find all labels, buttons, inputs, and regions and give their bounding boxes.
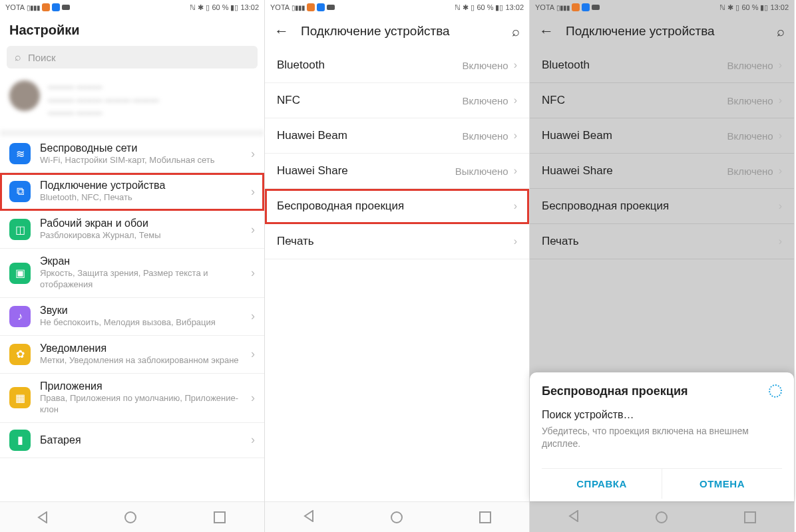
chevron-right-icon: ›: [251, 223, 255, 237]
nfc-icon: ℕ: [455, 3, 461, 12]
row-label: Huawei Share: [542, 164, 727, 178]
back-button[interactable]: ←: [539, 23, 554, 40]
signal-icon: ▯▮▮▮: [27, 4, 40, 11]
battery-pct: 60 %: [212, 3, 228, 11]
chevron-right-icon: ›: [251, 433, 255, 447]
header: ← Подключение устройства ⌕: [265, 15, 529, 48]
avatar: [9, 80, 40, 111]
nav-back[interactable]: [39, 511, 48, 523]
item-subtitle: Метки, Уведомления на заблокированном эк…: [40, 355, 251, 366]
chevron-right-icon: ›: [779, 165, 782, 177]
battery-pct: 60 %: [477, 3, 493, 11]
carrier-label: YOTA: [535, 3, 554, 11]
profile-card[interactable]: ——— —————— ——— ——— —————— ———: [0, 74, 264, 136]
screen-settings: YOTA ▯▮▮▮ ℕ ✱ ▯ 60 % ▮▯ 13:02 Настройки …: [0, 0, 265, 532]
item-subtitle: Яркость, Защита зрения, Размер текста и …: [40, 268, 251, 291]
nav-bar: [530, 501, 794, 532]
nav-home[interactable]: [656, 511, 668, 523]
status-badge-blue: [52, 3, 60, 11]
item-icon: ▮: [9, 430, 31, 451]
sheet-description: Убедитесь, что проекция включена на внеш…: [542, 425, 782, 451]
chevron-right-icon: ›: [779, 200, 782, 212]
row-печать[interactable]: Печать›: [265, 224, 529, 259]
row-nfc[interactable]: NFCВключено›: [265, 83, 529, 118]
status-badge-orange: [307, 3, 315, 11]
row-печать[interactable]: Печать›: [530, 224, 794, 259]
search-button[interactable]: ⌕: [512, 24, 520, 39]
item-subtitle: Права, Приложения по умолчанию, Приложен…: [40, 393, 251, 416]
settings-item-6[interactable]: ▦ПриложенияПрава, Приложения по умолчани…: [0, 374, 264, 423]
row-bluetooth[interactable]: BluetoothВключено›: [265, 48, 529, 83]
nfc-icon: ℕ: [190, 3, 196, 12]
nav-home[interactable]: [124, 511, 136, 523]
row-label: Bluetooth: [542, 59, 727, 72]
settings-item-0[interactable]: ≋Беспроводные сетиWi-Fi, Настройки SIM-к…: [0, 136, 264, 174]
clock: 13:02: [770, 3, 789, 11]
chevron-right-icon: ›: [251, 185, 255, 199]
settings-item-4[interactable]: ♪ЗвукиНе беспокоить, Мелодия вызова, Виб…: [0, 298, 264, 336]
nav-back[interactable]: [568, 510, 579, 525]
row-bluetooth[interactable]: BluetoothВключено›: [530, 48, 794, 83]
row-huawei-beam[interactable]: Huawei BeamВключено›: [530, 118, 794, 154]
row-беспроводная-проекция[interactable]: Беспроводная проекция›: [265, 189, 529, 224]
item-title: Экран: [40, 255, 251, 267]
item-subtitle: Разблокировка Журнал, Темы: [40, 230, 251, 241]
chevron-right-icon: ›: [514, 165, 517, 177]
settings-item-7[interactable]: ▮Батарея›: [0, 423, 264, 458]
camera-icon: [62, 5, 70, 10]
row-huawei-share[interactable]: Huawei ShareВыключено›: [265, 154, 529, 189]
cancel-button[interactable]: ОТМЕНА: [662, 469, 782, 499]
nav-recent[interactable]: [214, 511, 226, 523]
page-title: Настройки: [9, 23, 255, 38]
nav-recent[interactable]: [744, 511, 756, 523]
chevron-right-icon: ›: [514, 235, 517, 247]
item-icon: ▣: [9, 263, 31, 284]
nav-home[interactable]: [391, 511, 403, 523]
search-button[interactable]: ⌕: [777, 24, 785, 39]
settings-item-1[interactable]: ⧉Подключение устройстваBluetooth, NFC, П…: [0, 173, 264, 211]
header: Настройки: [0, 15, 264, 46]
item-title: Подключение устройства: [40, 180, 251, 192]
item-icon: ♪: [9, 306, 31, 327]
row-label: Huawei Beam: [277, 129, 462, 142]
item-subtitle: Bluetooth, NFC, Печать: [40, 192, 251, 203]
vibrate-icon: ▯: [735, 3, 739, 12]
signal-icon: ▯▮▮▮: [556, 4, 570, 11]
search-input[interactable]: ⌕ Поиск: [7, 46, 258, 68]
connection-list: BluetoothВключено›NFCВключено›Huawei Bea…: [265, 48, 529, 275]
status-bar: YOTA ▯▮▮▮ ℕ ✱ ▯ 60 % ▮▯ 13:02: [530, 0, 794, 15]
battery-pct: 60 %: [741, 3, 758, 11]
nav-bar: [0, 501, 264, 532]
signal-icon: ▯▮▮▮: [292, 4, 305, 11]
sheet-subtitle: Поиск устройств…: [542, 409, 782, 421]
search-placeholder: Поиск: [28, 52, 56, 63]
vibrate-icon: ▯: [206, 3, 210, 12]
row-label: Беспроводная проекция: [277, 200, 514, 213]
settings-item-2[interactable]: ◫Рабочий экран и обоиРазблокировка Журна…: [0, 211, 264, 249]
nfc-icon: ℕ: [719, 3, 725, 12]
help-button[interactable]: СПРАВКА: [542, 469, 662, 499]
row-label: NFC: [542, 94, 727, 107]
settings-item-3[interactable]: ▣ЭкранЯркость, Защита зрения, Размер тек…: [0, 249, 264, 298]
wireless-projection-sheet: Беспроводная проекция Поиск устройств… У…: [530, 372, 794, 501]
row-huawei-beam[interactable]: Huawei BeamВключено›: [265, 118, 529, 154]
chevron-right-icon: ›: [251, 266, 255, 280]
nav-recent[interactable]: [479, 511, 491, 523]
back-button[interactable]: ←: [274, 23, 289, 40]
row-беспроводная-проекция[interactable]: Беспроводная проекция›: [530, 189, 794, 224]
clock: 13:02: [240, 3, 259, 11]
settings-item-5[interactable]: ✿УведомленияМетки, Уведомления на заблок…: [0, 336, 264, 374]
row-label: Huawei Share: [277, 164, 455, 178]
row-value: Включено: [727, 60, 773, 71]
row-nfc[interactable]: NFCВключено›: [530, 83, 794, 118]
camera-icon: [592, 5, 600, 10]
chevron-right-icon: ›: [514, 94, 517, 106]
carrier-label: YOTA: [5, 3, 25, 11]
item-title: Батарея: [40, 434, 251, 446]
status-badge-orange: [572, 3, 580, 11]
row-value: Выключено: [455, 166, 508, 177]
row-huawei-share[interactable]: Huawei ShareВключено›: [530, 154, 794, 189]
nav-back[interactable]: [303, 510, 314, 525]
item-title: Рабочий экран и обои: [40, 217, 251, 229]
battery-icon: ▮▯: [495, 3, 503, 12]
